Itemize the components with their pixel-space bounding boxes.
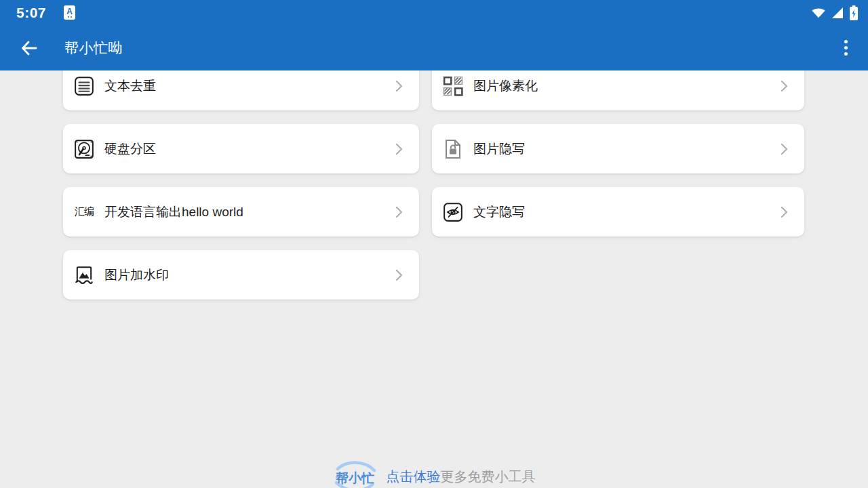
back-button[interactable] bbox=[19, 38, 39, 58]
tool-card-pixelate[interactable]: 图片像素化 bbox=[432, 70, 804, 110]
wifi-icon bbox=[811, 6, 826, 20]
chevron-right-icon bbox=[392, 205, 406, 220]
tool-card-image-watermark[interactable]: 图片加水印 bbox=[63, 250, 419, 300]
tool-card-image-steganography[interactable]: 图片隐写 bbox=[432, 124, 804, 174]
try-more-tools-link[interactable]: 点击体验 bbox=[387, 469, 441, 484]
app-screen: 5:07 A 帮小忙呦 bbox=[0, 0, 868, 488]
tool-card-disk-partition[interactable]: 硬盘分区 bbox=[63, 124, 419, 174]
cellular-signal-icon bbox=[831, 6, 844, 20]
tool-card-text-steganography[interactable]: 文字隐写 bbox=[432, 187, 804, 237]
tool-label: 硬盘分区 bbox=[104, 140, 156, 158]
chevron-right-icon bbox=[392, 268, 406, 283]
image-watermark-icon bbox=[73, 265, 96, 285]
status-bar: 5:07 A bbox=[0, 0, 868, 25]
chevron-right-icon bbox=[777, 142, 791, 157]
logo-text: 帮小忙 bbox=[333, 470, 378, 487]
image-steganography-icon bbox=[441, 139, 465, 159]
cta-text: 点击体验更多免费小工具 bbox=[387, 468, 536, 486]
assembly-text-icon: 汇编 bbox=[73, 205, 96, 218]
tool-card-hello-world[interactable]: 汇编 开发语言输出hello world bbox=[63, 187, 419, 237]
input-method-icon: A bbox=[64, 5, 75, 20]
tool-label: 图片加水印 bbox=[104, 266, 169, 284]
chevron-right-icon bbox=[392, 142, 406, 157]
overflow-menu-button[interactable] bbox=[840, 36, 852, 60]
chevron-right-icon bbox=[777, 205, 791, 220]
tool-card-text-dedup[interactable]: 文本去重 bbox=[63, 70, 419, 110]
app-bar: 帮小忙呦 bbox=[0, 25, 868, 70]
footer: 帮小忙 点击体验更多免费小工具 隐私政策|数据处理规则及免责声明 Copyrig… bbox=[0, 458, 868, 488]
tool-label: 文字隐写 bbox=[473, 203, 525, 221]
page-title: 帮小忙呦 bbox=[64, 39, 123, 58]
text-dedup-icon bbox=[73, 76, 96, 96]
back-arrow-icon bbox=[20, 39, 39, 58]
clock: 5:07 bbox=[16, 5, 46, 21]
pixelate-icon bbox=[441, 76, 465, 96]
tool-label: 开发语言输出hello world bbox=[104, 203, 243, 221]
battery-charging-icon bbox=[849, 5, 859, 21]
tool-label: 文本去重 bbox=[104, 77, 156, 95]
tool-label: 图片像素化 bbox=[473, 77, 538, 95]
text-steganography-icon bbox=[441, 202, 465, 222]
tool-label: 图片隐写 bbox=[473, 140, 525, 158]
tool-list: 文本去重 bbox=[0, 70, 868, 488]
bangxiaomang-logo: 帮小忙 bbox=[333, 459, 378, 488]
hard-disk-icon bbox=[73, 139, 96, 159]
chevron-right-icon bbox=[392, 79, 406, 94]
chevron-right-icon bbox=[777, 79, 791, 94]
